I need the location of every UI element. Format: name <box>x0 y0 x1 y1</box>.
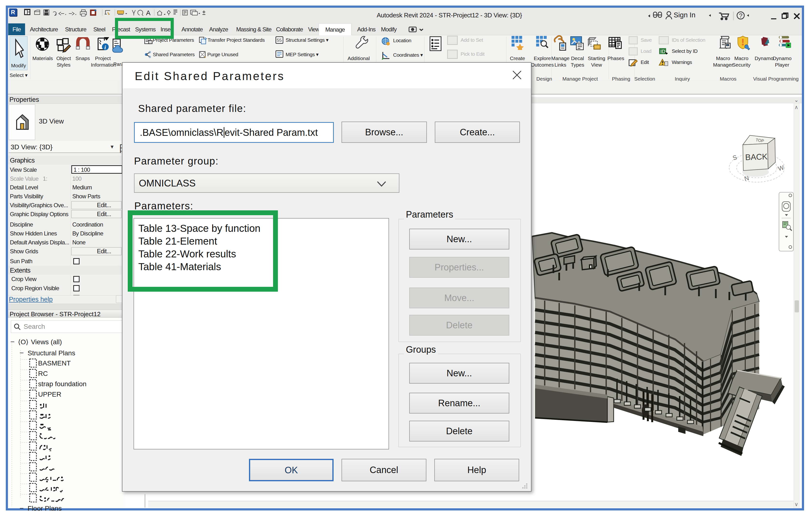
svg-text:55: 55 <box>277 38 282 43</box>
svg-text:Sign In: Sign In <box>674 11 695 19</box>
svg-text:i: i <box>104 44 106 50</box>
svg-text:ID: ID <box>660 49 665 54</box>
svg-text:BACK: BACK <box>745 152 767 162</box>
svg-text:A: A <box>146 9 151 17</box>
svg-text:?: ? <box>739 12 742 19</box>
